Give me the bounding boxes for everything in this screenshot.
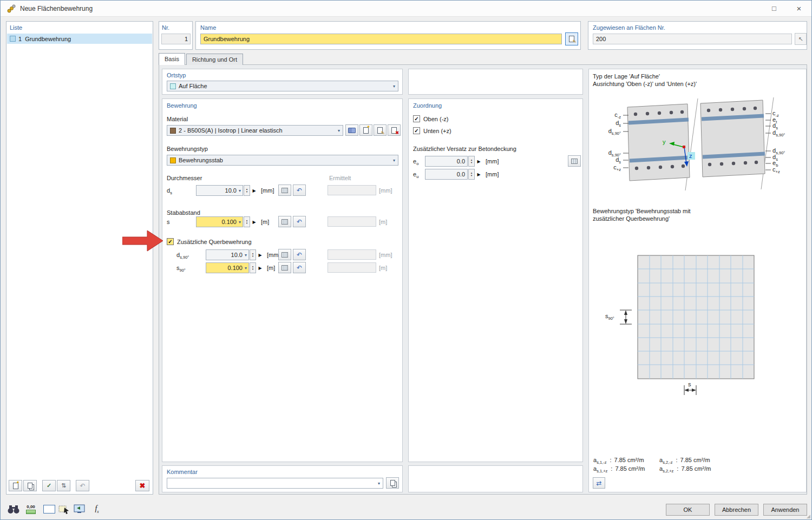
new-item-button[interactable]: ✦ — [9, 480, 22, 491]
tab-basis[interactable]: Basis — [159, 53, 185, 65]
tab-content-basis: Ortstyp Auf Fläche ▾ Bewehrung Material … — [159, 64, 807, 495]
ds90-detail-button[interactable]: ▶ — [257, 249, 264, 260]
chevron-down-icon: ▾ — [378, 481, 380, 486]
close-icon[interactable]: × — [787, 1, 811, 17]
cancel-button[interactable]: Abbrechen — [715, 504, 758, 516]
s90-transfer-button[interactable] — [278, 262, 291, 273]
ds-input[interactable]: 10.0 ▾ — [196, 185, 243, 196]
eu-input[interactable]: 0.0 — [425, 169, 468, 180]
pick-surfaces-button[interactable]: ↖ — [795, 33, 807, 45]
material-edit-button[interactable]: ✎ — [374, 124, 387, 136]
quer-checkbox[interactable]: ✓ Zusätzliche Querbewehrung — [167, 238, 252, 245]
apply-button[interactable]: Anwenden — [763, 504, 807, 516]
material-color-swatch — [170, 128, 176, 134]
ds90-transfer-button[interactable] — [278, 249, 291, 260]
ds-unit: [mm] — [261, 187, 274, 194]
list-item-grundbewehrung[interactable]: 1 Grundbewehrung — [7, 34, 152, 44]
ortstyp-color-swatch — [170, 83, 176, 89]
zuordnung-title: Zuordnung — [413, 102, 442, 109]
oben-checkbox[interactable]: ✓ Oben (-z) — [413, 115, 448, 122]
ok-button[interactable]: OK — [666, 504, 710, 516]
ds-transfer-button[interactable] — [278, 185, 291, 196]
material-delete-button[interactable]: ✖ — [388, 124, 401, 136]
kommentar-copy-button[interactable] — [386, 477, 399, 489]
eu-spinner[interactable]: ▴▾ — [468, 169, 475, 180]
ortstyp-title: Ortstyp — [167, 72, 186, 78]
bewehrungstyp-select[interactable]: Bewehrungsstab ▾ — [167, 155, 398, 166]
ds90-ermittelt-unit: [mm] — [379, 252, 392, 258]
unten-checkbox[interactable]: ✓ Unten (+z) — [413, 127, 451, 134]
s-undo-button[interactable]: ↶ — [293, 216, 306, 227]
eu-detail-button[interactable]: ▶ — [475, 169, 482, 180]
assigned-label: Zugewiesen an Flächen Nr. — [593, 24, 665, 31]
kommentar-input[interactable]: ▾ — [167, 478, 383, 489]
s90-ermittelt-field — [328, 262, 376, 273]
resize-grip[interactable]: ◢ — [807, 514, 810, 519]
info-settings-button[interactable]: ⇄ — [593, 477, 605, 489]
s90-undo-button[interactable]: ↶ — [293, 262, 306, 273]
kommentar-box: Kommentar ▾ — [162, 465, 403, 492]
chevron-down-icon: ▾ — [239, 220, 243, 225]
material-new-button[interactable]: ✦ — [359, 124, 372, 136]
view-button[interactable] — [72, 502, 87, 516]
name-value: Grundbewehrung — [204, 36, 250, 42]
new-document-icon: ✦ — [13, 483, 18, 489]
ds-detail-button[interactable]: ▶ — [251, 185, 258, 196]
s90-detail-button[interactable]: ▶ — [257, 262, 264, 273]
s-unit: [m] — [261, 219, 269, 225]
s-detail-button[interactable]: ▶ — [251, 216, 258, 227]
undo-list-button[interactable]: ↶ — [76, 480, 89, 491]
select-objects-button[interactable] — [57, 502, 72, 516]
chevron-down-icon: ▾ — [245, 253, 248, 258]
list-item-label: Grundbewehrung — [25, 36, 71, 42]
ortstyp-select[interactable]: Auf Fläche ▾ — [167, 81, 398, 91]
decimal-places-button[interactable]: 0,00 — [23, 502, 38, 516]
library-book-icon — [348, 128, 356, 133]
maximize-icon[interactable]: □ — [762, 1, 787, 17]
ds-ermittelt-field — [328, 185, 376, 195]
oben-checkbox-label: Oben (-z) — [423, 116, 448, 122]
eo-spinner[interactable]: ▴▾ — [468, 156, 475, 167]
result-as1-minus: as,1,-z:7.85 cm²/m — [593, 457, 644, 465]
ds90-undo-button[interactable]: ↶ — [293, 249, 306, 260]
s90-input[interactable]: 0.100 ▾ — [206, 262, 249, 273]
bewehrung-box: Bewehrung Material 2 - B500S(A) | Isotro… — [162, 98, 403, 462]
ds90-label: ds,90° — [176, 252, 189, 260]
ds-ermittelt-unit: [mm] — [379, 187, 392, 194]
eo-detail-button[interactable]: ▶ — [475, 156, 482, 167]
s-transfer-button[interactable] — [278, 216, 291, 227]
ds-undo-button[interactable]: ↶ — [293, 185, 306, 196]
delete-icon: ✖ — [140, 482, 146, 490]
undo-icon: ↶ — [297, 218, 302, 226]
reorder-button[interactable]: ⇅ — [57, 480, 70, 491]
tab-richtung-und-ort[interactable]: Richtung und Ort — [186, 54, 243, 65]
function-button[interactable]: fx — [89, 502, 104, 516]
name-input[interactable]: Grundbewehrung — [200, 34, 562, 44]
copy-item-button[interactable] — [23, 480, 37, 491]
ds-spinner[interactable]: ▴▾ — [244, 185, 250, 196]
fx-icon: fx — [95, 504, 99, 514]
delete-item-button[interactable]: ✖ — [135, 480, 149, 491]
versatz-label: Zusätzlicher Versatz zur Betondeckung — [413, 146, 516, 152]
liste-panel: Liste 1 Grundbewehrung ✦ ✓ ⇅ ↶ ✖ — [6, 21, 153, 495]
betondeckung-button[interactable] — [568, 155, 581, 167]
ds90-spinner[interactable]: ▴▾ — [250, 249, 256, 260]
s-input[interactable]: 0.100 ▾ — [196, 216, 243, 227]
panel-toggle-button[interactable] — [42, 502, 57, 516]
eo-input[interactable]: 0.0 — [425, 156, 468, 167]
ermittelt-label: Ermittelt — [329, 175, 351, 181]
name-edit-button[interactable]: ✎ — [565, 32, 578, 45]
s90-spinner[interactable]: ▴▾ — [250, 262, 256, 273]
grid-diagram-graphic — [589, 249, 805, 406]
checkbox-checked-icon: ✓ — [413, 127, 420, 134]
dialog-neue-flaechenbewehrung: Neue Flächenbewehrung □ × Liste 1 Grundb… — [0, 0, 812, 520]
select-check-button[interactable]: ✓ — [42, 480, 56, 491]
material-select[interactable]: 2 - B500S(A) | Isotrop | Linear elastisc… — [167, 125, 343, 136]
ds90-input[interactable]: 10.0 ▾ — [206, 249, 249, 260]
undo-icon: ↶ — [80, 482, 85, 490]
assigned-input[interactable]: 200 — [593, 34, 792, 44]
search-binoculars-button[interactable] — [6, 502, 21, 516]
material-library-button[interactable] — [345, 124, 358, 136]
quer-checkbox-label: Zusätzliche Querbewehrung — [177, 239, 252, 245]
s-spinner[interactable]: ▴▾ — [244, 216, 250, 227]
